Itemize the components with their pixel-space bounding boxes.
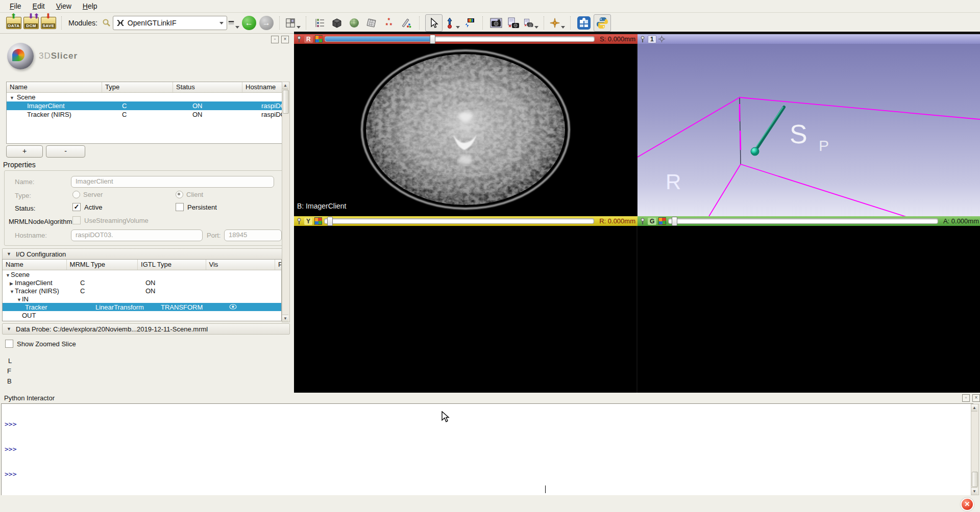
scroll-thumb[interactable] <box>283 90 289 114</box>
data-probe-header[interactable]: ▼ Data Probe: C:/dev/explora/20Noviemb..… <box>2 323 290 335</box>
slider-handle[interactable] <box>327 217 333 226</box>
module-selector-combo[interactable]: OpenIGTLinkIF <box>113 16 227 30</box>
scroll-up-icon[interactable]: ▲ <box>971 404 977 412</box>
yellow-slice-view[interactable] <box>294 226 636 393</box>
python-console[interactable]: >>> >>> >>> >>> >>> import socket >>> s … <box>1 403 973 496</box>
expander-icon[interactable]: ▶ <box>10 281 15 286</box>
scene-view-button[interactable] <box>506 15 521 31</box>
table-row-scene[interactable]: ▼ Scene <box>7 93 282 101</box>
models-module-icon[interactable] <box>347 15 362 31</box>
volumes-module-icon[interactable] <box>329 15 345 31</box>
console-scrollbar[interactable]: ▲ ▼ <box>971 404 979 495</box>
col-status[interactable]: Status <box>173 82 242 92</box>
load-dicom-button[interactable]: ⬇⬆DCM <box>23 15 39 31</box>
close-panel-icon[interactable]: × <box>281 36 289 43</box>
col-vis[interactable]: Vis <box>206 260 275 270</box>
place-fiducial-tool[interactable] <box>445 15 460 31</box>
col-type[interactable]: Type <box>102 82 173 92</box>
menu-file[interactable]: File <box>5 1 26 11</box>
slider-handle[interactable] <box>672 217 677 226</box>
col-name[interactable]: Name <box>3 260 67 270</box>
table-row-imagerclient[interactable]: ImagerClient C ON raspiDOT03. <box>7 101 282 110</box>
io-row-scene[interactable]: ▼Scene <box>3 270 281 278</box>
io-configuration-header[interactable]: ▼ I/O Configuration <box>2 248 290 260</box>
col-igtl-type[interactable]: IGTL Type <box>138 260 206 270</box>
port-field[interactable]: 18945 <box>224 229 282 241</box>
annotations-module-icon[interactable] <box>399 15 414 31</box>
slice-link-icon[interactable] <box>314 217 322 225</box>
persistent-checkbox[interactable]: Persistent <box>176 203 217 211</box>
error-close-button[interactable]: ✕ <box>961 498 974 511</box>
close-panel-icon[interactable]: × <box>972 394 980 402</box>
pin-icon[interactable] <box>640 218 646 225</box>
module-forward-button[interactable]: → <box>259 15 274 31</box>
module-history-button[interactable] <box>228 15 239 31</box>
module-search-icon[interactable] <box>102 15 112 31</box>
name-field[interactable]: ImagerClient <box>71 176 274 188</box>
red-slice-view[interactable]: B: ImagerClient <box>294 44 636 216</box>
float-panel-icon[interactable]: ▫ <box>962 394 970 402</box>
scroll-thumb[interactable] <box>972 472 978 487</box>
python-interactor-button[interactable] <box>594 14 611 32</box>
active-checkbox[interactable]: ✓Active <box>72 203 102 211</box>
green-slice-label[interactable]: G <box>648 218 656 225</box>
show-zoomed-slice-checkbox[interactable]: Show Zoomed Slice <box>5 340 76 348</box>
threed-view-label[interactable]: 1 <box>648 35 656 43</box>
scroll-up-icon[interactable]: ▲ <box>282 82 288 89</box>
transforms-module-icon[interactable] <box>364 15 379 31</box>
io-row-in[interactable]: ▼IN <box>3 295 281 303</box>
module-panel-scrollbar[interactable]: ▲ ▼ <box>282 82 290 322</box>
io-row-imagerclient[interactable]: ▶ImagerClient C ON <box>3 278 281 287</box>
slice-link-icon[interactable] <box>658 217 666 225</box>
pin-icon[interactable] <box>640 36 646 43</box>
expander-icon[interactable]: ▼ <box>17 297 22 302</box>
add-connector-button[interactable]: + <box>6 145 43 158</box>
float-panel-icon[interactable]: ▫ <box>271 36 279 43</box>
red-slice-slider[interactable] <box>325 36 595 42</box>
yellow-slice-slider[interactable] <box>324 218 594 224</box>
mouse-interaction-tool[interactable] <box>425 14 443 32</box>
green-slice-slider[interactable] <box>668 218 938 224</box>
menu-edit[interactable]: Edit <box>28 1 50 11</box>
io-row-tracker-nirs[interactable]: ▼Tracker (NIRS) C ON <box>3 287 281 295</box>
pin-icon[interactable] <box>296 218 302 225</box>
col-name[interactable]: Name <box>7 82 102 92</box>
load-data-button[interactable]: ⬆DATA <box>6 15 21 31</box>
red-slice-label[interactable]: R <box>304 36 313 43</box>
use-streaming-volume-checkbox[interactable]: UseStreamingVolume <box>72 216 149 224</box>
menu-help[interactable]: Help <box>78 1 102 11</box>
threed-view[interactable]: S P R <box>638 44 980 216</box>
scroll-down-icon[interactable]: ▼ <box>971 488 977 495</box>
remove-connector-button[interactable]: - <box>46 145 85 158</box>
hostname-field[interactable]: raspiDOT03. <box>71 229 203 241</box>
visibility-eye-icon[interactable] <box>229 304 237 310</box>
fiducials-module-icon[interactable]: ** * <box>381 15 397 31</box>
module-back-button[interactable]: ← <box>241 15 257 31</box>
expander-icon[interactable]: ▼ <box>10 289 15 294</box>
scene-view-menu-button[interactable] <box>523 15 538 31</box>
io-row-out[interactable]: OUT <box>3 311 281 319</box>
crosshair-button[interactable] <box>550 15 565 31</box>
col-hostname[interactable]: Hostname <box>242 82 282 92</box>
pin-icon[interactable] <box>296 36 302 43</box>
layout-selector-button[interactable] <box>285 15 301 31</box>
expander-icon[interactable]: ▼ <box>10 95 15 100</box>
colors-tool[interactable] <box>462 15 477 31</box>
extensions-manager-button[interactable] <box>576 15 592 31</box>
slice-link-icon[interactable] <box>315 35 323 43</box>
menu-view[interactable]: View <box>52 1 76 11</box>
col-push[interactable]: Push o <box>275 260 281 270</box>
server-radio[interactable]: Server <box>72 191 103 198</box>
scroll-down-icon[interactable]: ▼ <box>282 315 288 322</box>
spin-view-icon[interactable] <box>658 36 665 42</box>
green-slice-view[interactable] <box>638 226 980 393</box>
module-list-icon[interactable] <box>312 15 327 31</box>
yellow-slice-label[interactable]: Y <box>304 218 312 225</box>
expander-icon[interactable]: ▼ <box>6 273 11 278</box>
table-row-tracker[interactable]: Tracker (NIRS) C ON raspiDOT02. <box>7 110 282 119</box>
client-radio[interactable]: Client <box>176 191 203 198</box>
io-row-tracker-transform[interactable]: Tracker LinearTransform TRANSFORM <box>3 303 281 311</box>
col-mrml-type[interactable]: MRML Type <box>67 260 138 270</box>
screenshot-button[interactable] <box>488 15 504 31</box>
save-button[interactable]: ⬇SAVE <box>41 15 56 31</box>
